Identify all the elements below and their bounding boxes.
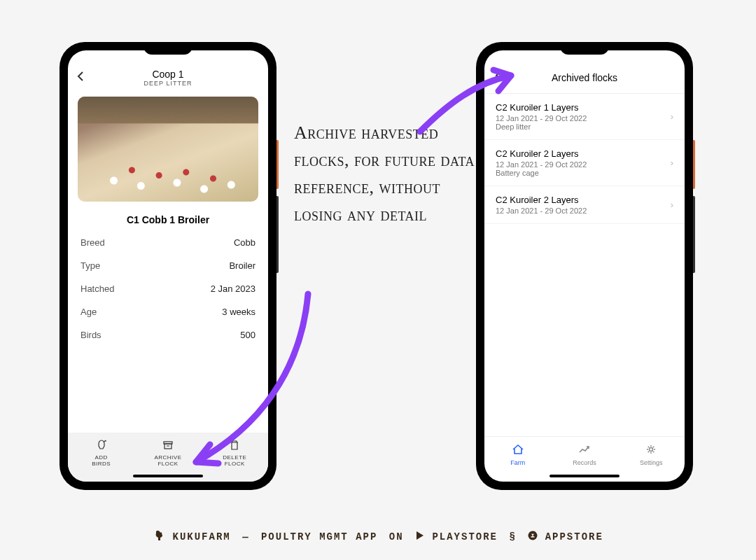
on-word: ON [389, 531, 404, 542]
detail-label: Breed [80, 237, 105, 248]
svg-point-3 [650, 448, 653, 451]
nav-label: Farm [510, 459, 525, 466]
archived-flock-item[interactable]: C2 Kuroiler 2 Layers 12 Jan 2021 - 29 Oc… [484, 140, 685, 186]
nav-label: Records [573, 459, 596, 466]
detail-label: Hatched [80, 284, 114, 294]
flock-type: Deep litter [496, 122, 671, 131]
coop-header-title: Coop 1 DEEP LITTER [85, 69, 251, 87]
home-icon [512, 444, 524, 458]
action-label: ARCHIVEFLOCK [154, 454, 181, 468]
detail-row: Hatched2 Jan 2023 [80, 277, 255, 300]
flock-name: C2 Kuroiler 2 Layers [496, 195, 671, 205]
detail-row: TypeBroiler [80, 254, 255, 277]
detail-value: 3 weeks [222, 307, 255, 317]
flock-dates: 12 Jan 2021 - 29 Oct 2022 [496, 206, 671, 215]
flock-name: C2 Kuroiler 1 Layers [496, 102, 671, 113]
detail-row: Age3 weeks [80, 300, 255, 323]
coop-title: Coop 1 [85, 69, 251, 80]
archived-header: Archived flocks [484, 50, 685, 94]
brand-name: KUKUFARM [173, 531, 231, 542]
appstore-label: APPSTORE [545, 531, 603, 542]
playstore-icon [415, 531, 425, 543]
promo-footer: KUKUFARM — POULTRY MGMT APP ON PLAYSTORE… [0, 529, 756, 545]
archived-flock-item[interactable]: C2 Kuroiler 1 Layers 12 Jan 2021 - 29 Oc… [484, 94, 685, 140]
flock-dates: 12 Jan 2021 - 29 Oct 2022 [496, 114, 671, 122]
detail-row: BreedCobb [80, 231, 255, 254]
rooster-icon [153, 529, 165, 545]
coop-header: Coop 1 DEEP LITTER [68, 50, 268, 92]
archive-icon [162, 440, 174, 452]
gear-icon [645, 444, 657, 458]
detail-value: 500 [240, 330, 255, 340]
phone-mockup-left: Coop 1 DEEP LITTER C1 Cobb 1 Broiler Bre… [59, 42, 276, 490]
flock-type: Battery cage [496, 169, 671, 177]
playstore-label: PLAYSTORE [432, 531, 498, 542]
phone-notch [560, 42, 609, 55]
appstore-icon [528, 531, 538, 543]
detail-label: Type [80, 260, 100, 271]
tagline: POULTRY MGMT APP [261, 531, 377, 542]
ampersand: § [509, 531, 516, 542]
home-indicator [550, 475, 620, 477]
add-birds-button[interactable]: ADDBIRDS [68, 440, 134, 468]
home-indicator [133, 475, 203, 477]
delete-flock-button[interactable]: DELETEFLOCK [202, 440, 268, 468]
nav-settings[interactable]: Settings [618, 444, 685, 466]
nav-records[interactable]: Records [551, 444, 617, 466]
coop-details: BreedCobb TypeBroiler Hatched2 Jan 2023 … [68, 231, 268, 433]
phone-mockup-right: Archived flocks C2 Kuroiler 1 Layers 12 … [476, 42, 693, 490]
screen-right: Archived flocks C2 Kuroiler 1 Layers 12 … [484, 50, 685, 482]
annotation-text: Archive harvested flocks, for future dat… [294, 119, 476, 228]
nav-label: Settings [640, 459, 663, 466]
chevron-right-icon: › [671, 158, 673, 168]
archived-list: C2 Kuroiler 1 Layers 12 Jan 2021 - 29 Oc… [484, 94, 685, 436]
chevron-right-icon: › [671, 111, 673, 122]
detail-label: Birds [80, 330, 102, 340]
rocket-icon [96, 440, 107, 452]
chevron-right-icon: › [671, 200, 673, 210]
coop-photo [78, 97, 258, 202]
detail-value: Broiler [229, 260, 255, 271]
flock-dates: 12 Jan 2021 - 29 Oct 2022 [496, 160, 671, 169]
archived-flock-item[interactable]: C2 Kuroiler 2 Layers 12 Jan 2021 - 29 Oc… [484, 186, 685, 224]
detail-value: 2 Jan 2023 [211, 284, 255, 294]
flock-name: C2 Kuroiler 2 Layers [496, 148, 671, 159]
chart-icon [578, 444, 591, 458]
action-label: ADDBIRDS [92, 454, 111, 468]
detail-label: Age [80, 307, 97, 317]
coop-card [78, 97, 258, 202]
coop-subtitle: DEEP LITTER [85, 80, 251, 87]
detail-value: Cobb [234, 237, 255, 248]
detail-row: Birds500 [80, 323, 255, 346]
trash-icon [229, 440, 240, 452]
phone-notch [144, 42, 192, 55]
action-label: DELETEFLOCK [223, 454, 246, 468]
archived-title: Archived flocks [503, 72, 666, 83]
coop-name: C1 Cobb 1 Broiler [68, 209, 268, 231]
nav-farm[interactable]: Farm [484, 444, 551, 466]
screen-left: Coop 1 DEEP LITTER C1 Cobb 1 Broiler Bre… [68, 50, 268, 482]
archive-flock-button[interactable]: ARCHIVEFLOCK [134, 440, 201, 468]
